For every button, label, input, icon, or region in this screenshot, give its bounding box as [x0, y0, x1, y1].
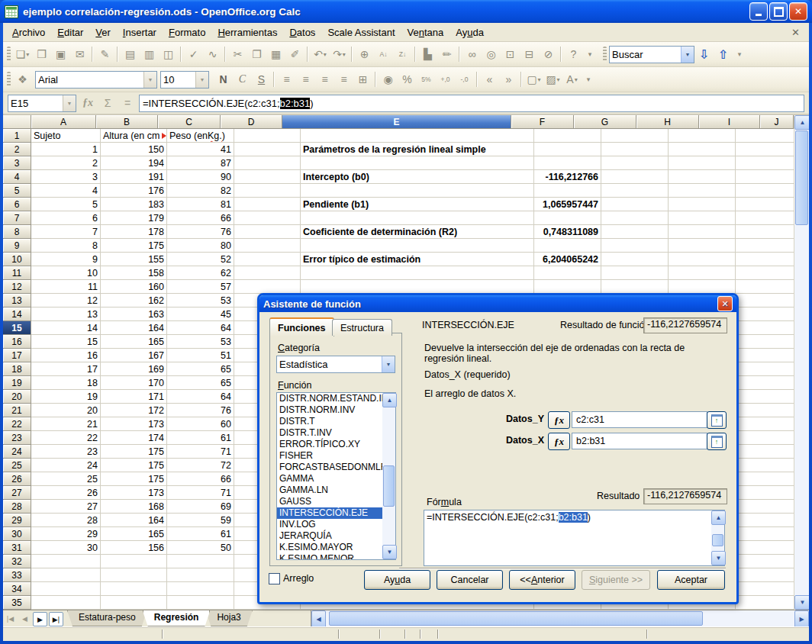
- cell-A19[interactable]: 18: [31, 376, 101, 390]
- cell-C22[interactable]: 60: [167, 417, 234, 431]
- save-icon[interactable]: ▣: [51, 46, 70, 63]
- cell-H2[interactable]: [669, 143, 736, 156]
- scroll-down-icon[interactable]: ▼: [794, 595, 809, 610]
- cell-H10[interactable]: [669, 253, 736, 266]
- cell-A3[interactable]: 2: [31, 156, 101, 170]
- select-all-corner[interactable]: [3, 115, 31, 129]
- cell-B11[interactable]: 158: [101, 266, 167, 280]
- percent-format-icon[interactable]: %: [398, 71, 417, 88]
- cell-A28[interactable]: 27: [31, 500, 101, 514]
- row-header-28[interactable]: 28: [3, 500, 31, 514]
- standard-format-icon[interactable]: 5%: [417, 71, 436, 88]
- italic-icon[interactable]: C: [233, 71, 252, 88]
- cell-A13[interactable]: 12: [31, 294, 101, 308]
- row-header-22[interactable]: 22: [3, 417, 31, 431]
- insert-chart-icon[interactable]: ▙: [418, 46, 437, 63]
- dialog-title-bar[interactable]: Asistente de función ✕: [259, 295, 736, 312]
- datos-y-fx-button[interactable]: ƒx: [548, 411, 570, 429]
- cell-A22[interactable]: 21: [31, 417, 101, 431]
- cell-C19[interactable]: 65: [167, 376, 234, 390]
- cell-A11[interactable]: 10: [31, 266, 101, 280]
- cell-reference-input[interactable]: [8, 98, 63, 109]
- cell-A17[interactable]: 16: [31, 349, 101, 362]
- cell-I27[interactable]: [736, 486, 794, 500]
- cell-I15[interactable]: [736, 321, 794, 335]
- cell-B10[interactable]: 155: [101, 253, 167, 266]
- increase-indent-icon[interactable]: »: [499, 71, 518, 88]
- cell-C13[interactable]: 53: [167, 294, 234, 308]
- cell-I20[interactable]: [736, 390, 794, 404]
- cell-I11[interactable]: [736, 266, 794, 280]
- equals-icon[interactable]: =: [119, 97, 136, 109]
- close-document-icon[interactable]: ✕: [785, 27, 806, 38]
- search-dropdown-icon[interactable]: ▼: [681, 47, 694, 63]
- find-previous-icon[interactable]: ⇧: [714, 46, 733, 63]
- toolbar-more-icon[interactable]: ▾: [582, 71, 595, 88]
- cell-G5[interactable]: [601, 184, 669, 198]
- cell-F2[interactable]: [534, 143, 601, 156]
- row-header-17[interactable]: 17: [3, 349, 31, 362]
- back-button[interactable]: << Anterior: [509, 570, 575, 590]
- sort-descending-icon[interactable]: Z↓: [393, 46, 412, 63]
- menu-herramientas[interactable]: Herramientas: [211, 24, 283, 40]
- function-item-jerarquía[interactable]: JERARQUÍA: [277, 530, 382, 542]
- cell-G12[interactable]: [601, 280, 669, 294]
- cell-I24[interactable]: [736, 445, 794, 459]
- find-replace-icon[interactable]: ∞: [462, 46, 482, 63]
- cell-B33[interactable]: [101, 568, 167, 582]
- print-icon[interactable]: ▥: [140, 46, 159, 63]
- cell-F10[interactable]: 6,204065242: [534, 253, 601, 266]
- scroll-up-icon[interactable]: ▲: [382, 393, 397, 407]
- cell-C1[interactable]: Peso (en Kg.): [167, 129, 234, 143]
- vertical-scroll-thumb[interactable]: [795, 130, 808, 225]
- delete-decimal-icon[interactable]: -,0: [455, 71, 474, 88]
- cell-D12[interactable]: [234, 280, 301, 294]
- scroll-down-icon[interactable]: ▼: [382, 545, 397, 559]
- cell-F5[interactable]: [534, 184, 601, 198]
- cell-A15[interactable]: 14: [31, 321, 101, 335]
- decrease-indent-icon[interactable]: «: [480, 71, 499, 88]
- cell-E6[interactable]: Pendiente (b1): [301, 198, 534, 211]
- cell-H8[interactable]: [669, 225, 736, 239]
- data-sources-icon[interactable]: ⊟: [520, 46, 539, 63]
- cell-B7[interactable]: 179: [101, 211, 167, 225]
- cell-C17[interactable]: 51: [167, 349, 234, 362]
- cell-I32[interactable]: [736, 555, 794, 568]
- cell-C10[interactable]: 52: [167, 253, 234, 266]
- column-header-I[interactable]: I: [699, 115, 760, 129]
- cell-H6[interactable]: [669, 198, 736, 211]
- background-color-icon[interactable]: ▨▾: [543, 71, 562, 88]
- cell-G7[interactable]: [601, 211, 669, 225]
- category-dropdown-icon[interactable]: ▼: [382, 356, 395, 372]
- cell-B22[interactable]: 173: [101, 417, 167, 431]
- datos-x-shrink-button[interactable]: ↑: [707, 433, 727, 450]
- menu-ayuda[interactable]: Ayuda: [450, 24, 490, 40]
- cell-F7[interactable]: [534, 211, 601, 225]
- minimize-button[interactable]: [749, 2, 768, 21]
- cell-I4[interactable]: [736, 170, 794, 184]
- function-item-gamma.ln[interactable]: GAMMA.LN: [277, 485, 382, 496]
- cell-G9[interactable]: [601, 239, 669, 253]
- row-header-34[interactable]: 34: [3, 582, 31, 596]
- cell-C26[interactable]: 66: [167, 472, 234, 486]
- add-decimal-icon[interactable]: +,0: [436, 71, 455, 88]
- font-size-input[interactable]: [161, 74, 195, 85]
- help-icon[interactable]: ?: [564, 46, 583, 63]
- cell-D4[interactable]: [234, 170, 301, 184]
- cell-A7[interactable]: 6: [31, 211, 101, 225]
- function-item-gamma[interactable]: GAMMA: [277, 473, 382, 485]
- category-combobox[interactable]: ▼: [276, 356, 395, 373]
- cell-G8[interactable]: [601, 225, 669, 239]
- sheet-tab-regresi-n[interactable]: Regresión: [143, 610, 211, 626]
- row-header-31[interactable]: 31: [3, 541, 31, 555]
- cell-I5[interactable]: [736, 184, 794, 198]
- cell-H5[interactable]: [669, 184, 736, 198]
- cell-C6[interactable]: 81: [167, 198, 234, 211]
- cell-C23[interactable]: 61: [167, 431, 234, 445]
- cell-B32[interactable]: [101, 555, 167, 568]
- function-list-scrollbar[interactable]: ▲ ▼: [382, 393, 395, 559]
- function-item-k.esimo.mayor[interactable]: K.ESIMO.MAYOR: [277, 542, 382, 553]
- formula-box-scrollbar[interactable]: ▲ ▼: [711, 510, 724, 565]
- datos-y-field[interactable]: [572, 411, 707, 428]
- cell-C12[interactable]: 57: [167, 280, 234, 294]
